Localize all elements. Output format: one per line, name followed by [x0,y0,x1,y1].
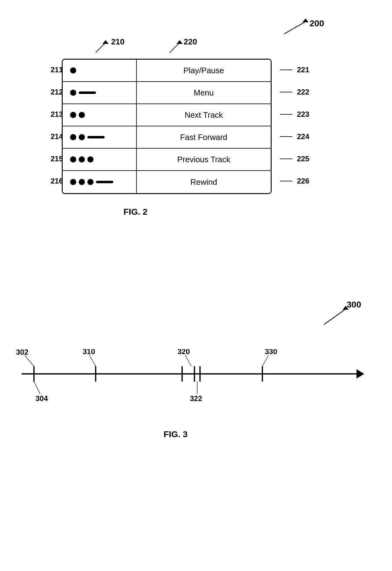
ref-200: 200 [310,19,324,28]
dot-icon [70,112,76,118]
label-cell-1: Play/Pause [137,60,271,81]
ref-224: 224 [276,125,309,148]
table-row: Menu [63,82,271,104]
dot-icon [87,156,94,163]
fig2-caption: FIG. 2 [123,207,148,217]
svg-text:330: 330 [265,349,277,356]
ref-212: 212 [49,81,63,103]
ref-210: 210 [111,37,124,47]
svg-marker-5 [177,40,183,44]
label-cell-4: Fast Forward [137,126,271,148]
dot-icon [70,156,76,163]
pattern-cell-2 [63,82,137,104]
ref-211: 211 [49,59,63,81]
svg-marker-1 [302,19,309,22]
right-arrow-2 [278,81,297,103]
dot-icon [70,67,76,74]
ref-226: 226 [276,170,309,192]
dot-icon [70,90,76,96]
svg-marker-15 [357,369,364,379]
label-cell-6: Rewind [137,171,271,193]
ref-221: 221 [276,59,309,81]
dot-icon [70,179,76,185]
dot-icon [79,156,85,163]
label-cell-2: Menu [137,82,271,104]
svg-line-12 [324,309,346,324]
ref-220: 220 [184,37,197,47]
label-cell-5: Previous Track [137,149,271,170]
right-arrow-3 [278,103,297,125]
table-row: Rewind [63,171,271,193]
svg-text:322: 322 [190,394,202,403]
dot-icon [79,112,85,118]
ref-213: 213 [49,103,63,125]
svg-text:310: 310 [83,349,95,356]
right-refs: 221 222 223 224 [276,59,309,192]
dot-icon [79,179,85,185]
table-row: Fast Forward [63,126,271,149]
svg-line-0 [284,22,306,34]
svg-line-2 [96,43,105,53]
ref-214: 214 [49,125,63,148]
right-arrow-5 [278,148,297,170]
svg-text:320: 320 [177,349,190,356]
timeline-svg: 302 304 310 320 322 330 [0,349,392,411]
pattern-cell-6 [63,171,137,193]
morse-table: Play/Pause Menu Next Track [62,59,272,194]
table-row: Next Track [63,104,271,126]
ref-300: 300 [347,300,361,310]
pattern-cell-4 [63,126,137,148]
right-arrow-6 [278,170,297,192]
ref-225: 225 [276,148,309,170]
left-refs: 211 212 213 214 215 216 [49,59,63,192]
ref-300-arrow [306,303,373,331]
svg-line-32 [262,355,269,366]
dot-icon [79,134,85,140]
ref-215: 215 [49,148,63,170]
label-cell-3: Next Track [137,104,271,126]
dot-icon [70,134,76,140]
dash-icon [96,181,113,183]
svg-line-28 [185,355,191,366]
ref-216: 216 [49,170,63,192]
svg-line-24 [34,382,40,394]
dash-icon [79,91,96,94]
svg-line-22 [25,355,34,366]
table-row: Play/Pause [63,60,271,82]
svg-marker-3 [102,40,109,44]
pattern-cell-5 [63,149,137,170]
ref-222: 222 [276,81,309,103]
dot-icon [87,179,94,185]
table-row: Previous Track [63,149,271,171]
svg-line-26 [90,355,96,366]
svg-text:302: 302 [16,349,28,356]
fig3-caption: FIG. 3 [164,429,188,439]
right-arrow-4 [278,125,297,148]
pattern-cell-3 [63,104,137,126]
ref-223: 223 [276,103,309,125]
right-arrow-1 [278,59,297,81]
svg-line-4 [170,43,179,53]
svg-text:304: 304 [35,394,48,403]
dash-icon [87,136,105,138]
pattern-cell-1 [63,60,137,81]
page: 200 210 220 211 212 213 214 215 216 [0,0,392,571]
